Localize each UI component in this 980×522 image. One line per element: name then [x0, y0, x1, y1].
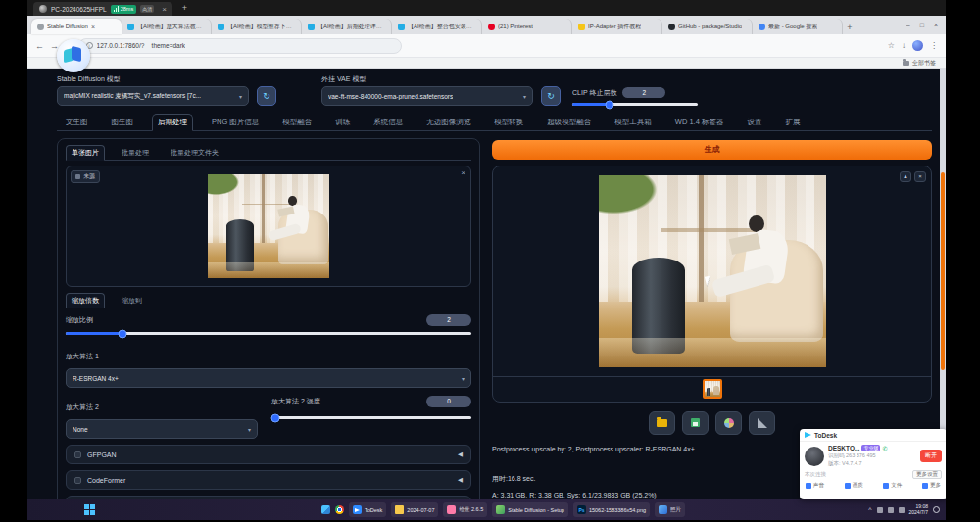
tab-system-info[interactable]: 系统信息	[368, 115, 408, 130]
clip-skip-value[interactable]: 2	[622, 87, 665, 98]
taskbar-item-huishi[interactable]: 绘世 2.6.5	[443, 502, 487, 517]
browser-tab-bilibili-2[interactable]: 【AI绘画】模型推荐下载_哔哩哔哩_bilibili	[212, 19, 302, 34]
save-zip-button[interactable]	[715, 411, 742, 435]
taskbar-item-photos[interactable]: 照片	[655, 502, 685, 517]
more-tool[interactable]: 更多	[922, 482, 941, 489]
maximize-icon[interactable]: □	[920, 22, 924, 28]
tab-batch-from-directory[interactable]: 批量处理文件夹	[166, 146, 223, 160]
tab-png-info[interactable]: PNG 图片信息	[207, 115, 264, 130]
tab-image-browser[interactable]: 无边图像浏览	[421, 115, 475, 130]
checkbox-gfpgan[interactable]	[74, 451, 81, 458]
taskbar-clock[interactable]: 19:08 2024/7/7	[909, 504, 928, 515]
bookmark-star-icon[interactable]: ☆	[888, 41, 895, 50]
disconnect-button[interactable]: 断开	[920, 450, 942, 462]
audio-tool[interactable]: 声音	[806, 482, 824, 489]
back-icon[interactable]: ←	[35, 41, 44, 51]
checkbox-codeformer[interactable]	[74, 477, 81, 484]
gallery-expand-icon[interactable]: ▲	[900, 171, 911, 182]
vae-select[interactable]: vae-ft-mse-840000-ema-pruned.safetensors…	[321, 86, 533, 106]
scale-slider[interactable]	[66, 332, 471, 335]
generate-button[interactable]: 生成	[492, 140, 932, 160]
download-icon[interactable]: ↓	[902, 41, 906, 50]
taskbar-item-folder[interactable]: 2024-07-07	[391, 502, 438, 517]
new-tab-button[interactable]: +	[843, 21, 857, 34]
close-icon[interactable]: ×	[934, 22, 938, 28]
menu-icon[interactable]: ⋮	[930, 41, 938, 50]
upscaler2-strength-slider[interactable]	[271, 416, 471, 419]
browser-tab-google[interactable]: 最新 - Google 搜索	[753, 19, 843, 34]
output-image[interactable]	[599, 175, 826, 367]
browser-tab-bilibili-1[interactable]: 【AI绘画】放大算法教程_哔哩哔哩_bilibili	[122, 19, 212, 34]
tab-super-merger[interactable]: 超级模型融合	[542, 115, 596, 130]
todesk-popup-header[interactable]: ToDesk	[800, 429, 946, 442]
quality-tool[interactable]: 画质	[845, 482, 863, 489]
phone-icon[interactable]: ✆	[882, 445, 887, 451]
file-tool[interactable]: 文件	[883, 482, 902, 489]
tab-txt2img[interactable]: 文生图	[61, 115, 93, 130]
tab-model-converter[interactable]: 模型转换	[489, 115, 528, 130]
start-button[interactable]	[84, 504, 95, 515]
accordion-gfpgan[interactable]: GFPGAN ◀	[66, 445, 471, 464]
session-close-icon[interactable]: ×	[162, 5, 167, 14]
membership-badge: 专业版	[861, 445, 880, 451]
tab-extras[interactable]: 后期处理	[152, 114, 193, 131]
minimize-icon[interactable]: –	[906, 22, 910, 28]
all-bookmarks-label[interactable]: 全部书签	[912, 59, 936, 68]
tab-batch-process[interactable]: 批量处理	[117, 146, 154, 160]
tab-checkpoint-merger[interactable]: 模型融合	[277, 115, 317, 130]
browser-tab-stable-diffusion[interactable]: Stable Diffusion ×	[31, 19, 122, 34]
open-folder-button[interactable]	[649, 411, 675, 435]
browser-tab-ipadapter[interactable]: IP-Adapter 插件教程	[572, 19, 662, 34]
browser-tab-bilibili-3[interactable]: 【AI绘画】后期处理详解_哔哩哔哩_bilibili	[302, 19, 392, 34]
clear-image-icon[interactable]: ×	[461, 168, 466, 177]
task-view-icon[interactable]	[321, 505, 330, 514]
upscaler2-strength-value[interactable]: 0	[426, 396, 471, 407]
tray-expand-icon[interactable]: ^	[868, 506, 871, 513]
tab-scale-by[interactable]: 缩放倍数	[66, 293, 105, 308]
send-to-button[interactable]	[749, 411, 775, 435]
clip-skip-slider[interactable]	[572, 103, 698, 106]
todesk-session-bar: PC-20240625HFPL 28ms 高清 × +	[27, 0, 946, 16]
scrollbar-thumb[interactable]	[941, 172, 945, 370]
new-session-button[interactable]: +	[182, 3, 187, 13]
upscaler2-select[interactable]: None ▾	[66, 419, 258, 439]
accordion-codeformer[interactable]: CodeFormer ◀	[66, 470, 471, 490]
gallery-thumbnail-selected[interactable]	[703, 379, 722, 399]
popup-section-button[interactable]: 更多设置	[912, 470, 942, 479]
session-tab[interactable]: PC-20240625HFPL 28ms 高清 ×	[33, 2, 172, 16]
upscaler1-select[interactable]: R-ESRGAN 4x+ ▾	[66, 368, 471, 388]
scale-value[interactable]: 2	[426, 314, 471, 326]
browser-tab-pinterest[interactable]: (21) Pinterest	[482, 19, 572, 34]
source-chip[interactable]: 来源	[71, 170, 100, 183]
taskbar-item-photoshop[interactable]: Ps 15062-1583386x54.png	[573, 502, 650, 517]
gallery-close-icon[interactable]: ×	[914, 171, 926, 182]
taskbar-item-sd-setup[interactable]: Stable Diffusion - Setup	[492, 502, 568, 517]
taskbar-item-todesk[interactable]: ToDesk	[349, 502, 386, 517]
profile-avatar[interactable]	[912, 40, 923, 51]
tab-scale-to[interactable]: 缩放到	[117, 294, 147, 308]
sd-model-select[interactable]: majicMIX realistic 麦橘写实_v7.safetensors […	[57, 86, 249, 106]
browser-tab-bilibili-4[interactable]: 【AI绘画】整合包安装_哔哩哔哩_bilibili	[392, 19, 482, 34]
network-icon[interactable]	[877, 507, 883, 513]
refresh-sd-model-button[interactable]: ↻	[257, 86, 276, 106]
chrome-icon[interactable]	[335, 505, 344, 514]
tab-settings[interactable]: 设置	[742, 115, 766, 130]
tab-close-icon[interactable]: ×	[91, 24, 95, 30]
refresh-vae-button[interactable]: ↻	[541, 86, 561, 106]
volume-icon[interactable]	[888, 507, 894, 513]
notification-bell-icon[interactable]	[933, 506, 940, 513]
tab-extensions[interactable]: 扩展	[780, 115, 805, 130]
quality-chip[interactable]: 高清	[140, 5, 154, 13]
tab-train[interactable]: 训练	[330, 115, 355, 130]
source-image-dropzone[interactable]: 来源 ×	[66, 166, 471, 287]
tab-single-image[interactable]: 单张图片	[66, 145, 105, 161]
language-icon[interactable]	[899, 507, 905, 513]
tab-model-toolkit[interactable]: 模型工具箱	[610, 115, 657, 130]
tab-img2img[interactable]: 图生图	[107, 115, 139, 130]
browser-tab-github[interactable]: GitHub - package/Studio	[662, 19, 753, 34]
source-image[interactable]	[208, 174, 329, 278]
launcher-floating-logo[interactable]	[57, 39, 90, 72]
address-bar[interactable]: i 127.0.0.1:7860/?__theme=dark	[78, 38, 402, 54]
tab-wd14-tagger[interactable]: WD 1.4 标签器	[670, 115, 729, 130]
save-image-button[interactable]	[682, 411, 709, 435]
